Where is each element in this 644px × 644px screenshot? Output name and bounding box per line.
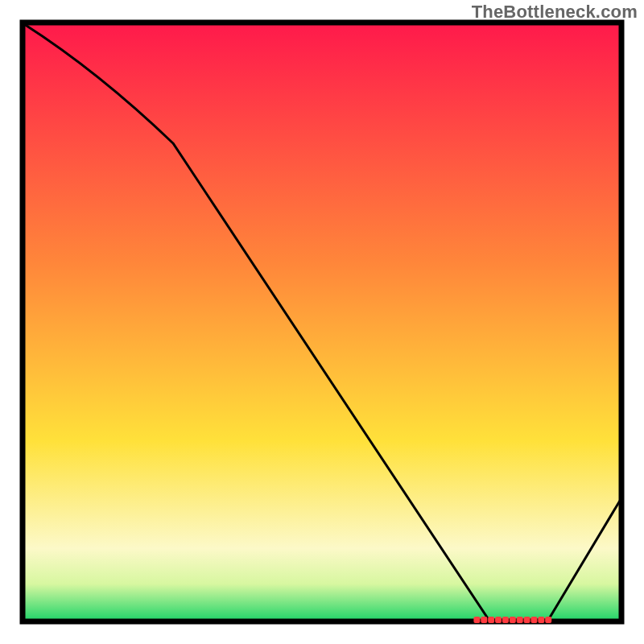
svg-rect-3 [495,617,502,623]
svg-rect-4 [502,617,509,623]
svg-rect-9 [538,617,544,623]
watermark-text: TheBottleneck.com [472,2,638,23]
svg-rect-5 [510,617,516,623]
chart-canvas [0,0,644,644]
optimal-marker-strip [473,617,551,623]
plot-background [24,24,620,620]
svg-rect-10 [545,617,551,623]
svg-rect-2 [488,617,494,623]
svg-rect-8 [530,617,537,623]
svg-rect-7 [524,617,530,623]
svg-rect-1 [481,617,487,623]
svg-rect-0 [473,617,480,623]
svg-rect-6 [517,617,523,623]
